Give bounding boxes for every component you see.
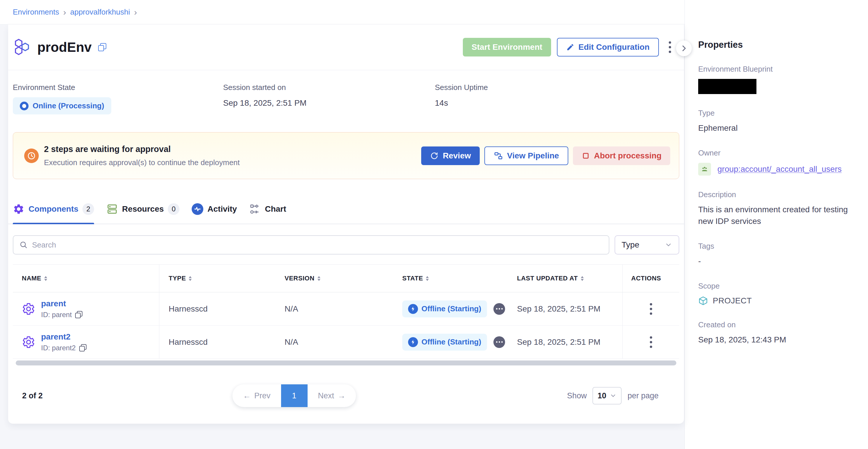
breadcrumb-bar: Environments › approvalforkhushi › bbox=[0, 0, 684, 25]
scope-label: Scope bbox=[698, 282, 856, 291]
tab-bar: Components 2 Resources 0 bbox=[8, 179, 684, 224]
tab-resources[interactable]: Resources 0 bbox=[106, 203, 179, 224]
column-header-state[interactable]: STATE bbox=[392, 265, 507, 292]
next-page-button[interactable]: Next → bbox=[308, 384, 356, 407]
sort-icon[interactable] bbox=[317, 275, 320, 283]
prev-page-button[interactable]: ← Prev bbox=[232, 384, 281, 407]
owner-group-link[interactable]: group:account/_account_all_users bbox=[717, 164, 842, 174]
column-header-type[interactable]: TYPE bbox=[159, 265, 275, 292]
blueprint-label: Environment Blueprint bbox=[698, 65, 856, 74]
pagination-row: 2 of 2 ← Prev 1 Next → Show 10 bbox=[8, 384, 684, 407]
properties-panel: Properties Environment Blueprint Type Ep… bbox=[684, 0, 868, 449]
kebab-dot bbox=[650, 341, 652, 343]
kebab-dot bbox=[669, 46, 671, 49]
copy-icon[interactable] bbox=[79, 344, 87, 351]
sort-icon[interactable] bbox=[426, 275, 429, 283]
approval-banner-subtitle: Execution requires approval(s) to contin… bbox=[44, 158, 240, 167]
dot bbox=[499, 308, 500, 310]
chevron-down-icon bbox=[610, 392, 617, 399]
sort-icon[interactable] bbox=[189, 275, 192, 283]
chevron-separator-icon: › bbox=[134, 8, 137, 17]
gear-icon bbox=[22, 302, 35, 316]
start-environment-button[interactable]: Start Environment bbox=[463, 38, 551, 57]
page-size-dropdown[interactable]: 10 bbox=[592, 387, 622, 405]
view-pipeline-button[interactable]: View Pipeline bbox=[485, 147, 568, 165]
session-info-row: Environment State Online (Processing) Se… bbox=[8, 70, 684, 132]
sort-icon[interactable] bbox=[581, 275, 584, 283]
last-updated-cell: Sep 18, 2025, 2:51 PM bbox=[507, 292, 622, 325]
group-icon bbox=[698, 163, 711, 175]
approval-banner: 2 steps are waiting for approval Executi… bbox=[13, 132, 679, 179]
state-cell: Offline (Starting) bbox=[392, 325, 507, 358]
column-header-name[interactable]: NAME bbox=[13, 265, 159, 292]
table-header-row: NAME TYPE VERSION STATE LAST UPDATED AT … bbox=[13, 265, 679, 292]
bolt-icon bbox=[408, 337, 418, 347]
page-size-group: Show 10 per page bbox=[567, 387, 658, 405]
components-count-badge: 2 bbox=[83, 203, 94, 215]
column-header-last-updated[interactable]: LAST UPDATED AT bbox=[507, 265, 622, 292]
pencil-icon bbox=[566, 43, 575, 51]
abort-processing-button[interactable]: Abort processing bbox=[573, 147, 670, 165]
show-label: Show bbox=[567, 391, 587, 400]
type-cell: Harnesscd bbox=[159, 292, 275, 325]
name-cell: parent2 ID: parent2 bbox=[13, 325, 159, 358]
per-page-label: per page bbox=[627, 391, 658, 400]
tab-resources-label: Resources bbox=[122, 204, 164, 214]
breadcrumb: Environments › approvalforkhushi › bbox=[13, 7, 137, 17]
table-row: parent ID: parent Harnesscd N/A Offline bbox=[13, 292, 679, 325]
review-button[interactable]: Review bbox=[421, 147, 480, 165]
resources-count-badge: 0 bbox=[168, 203, 179, 215]
scope-value: PROJECT bbox=[713, 296, 752, 306]
approval-banner-title: 2 steps are waiting for approval bbox=[44, 145, 240, 154]
pending-ellipsis-icon bbox=[493, 303, 505, 315]
refresh-icon bbox=[430, 152, 439, 160]
dot bbox=[501, 341, 503, 343]
horizontal-scrollbar[interactable] bbox=[16, 360, 676, 365]
kebab-dot bbox=[650, 308, 652, 310]
tab-chart[interactable]: Chart bbox=[249, 203, 286, 224]
main-column: Environments › approvalforkhushi › bbox=[0, 0, 684, 449]
session-started-value: Sep 18, 2025, 2:51 PM bbox=[223, 98, 435, 108]
scope-row: PROJECT bbox=[698, 296, 856, 306]
page-number-button[interactable]: 1 bbox=[281, 384, 308, 407]
tab-components[interactable]: Components 2 bbox=[13, 203, 94, 224]
environment-state-label: Environment State bbox=[13, 83, 223, 92]
state-cell: Offline (Starting) bbox=[392, 292, 507, 325]
description-value: This is an environment created for testi… bbox=[698, 204, 850, 227]
tab-activity[interactable]: Activity bbox=[192, 203, 237, 224]
row-actions-menu-button[interactable] bbox=[646, 333, 656, 351]
component-name-link[interactable]: parent bbox=[41, 299, 66, 308]
online-ring-icon bbox=[20, 102, 29, 110]
row-actions-menu-button[interactable] bbox=[646, 300, 656, 318]
sort-icon[interactable] bbox=[44, 275, 47, 283]
environment-hexagon-icon bbox=[13, 38, 31, 56]
breadcrumb-link-approvalforkhushi[interactable]: approvalforkhushi bbox=[70, 7, 130, 17]
header-more-menu-button[interactable] bbox=[665, 38, 675, 56]
type-filter-dropdown[interactable]: Type bbox=[615, 235, 679, 255]
stop-square-icon bbox=[582, 152, 590, 160]
version-cell: N/A bbox=[275, 325, 392, 358]
workflow-chart-icon bbox=[249, 203, 261, 215]
edit-configuration-button[interactable]: Edit Configuration bbox=[557, 38, 659, 57]
state-badge: Offline (Starting) bbox=[402, 334, 487, 351]
abort-processing-label: Abort processing bbox=[594, 151, 661, 160]
component-name-link[interactable]: parent2 bbox=[41, 332, 70, 341]
owner-label: Owner bbox=[698, 149, 856, 158]
breadcrumb-link-environments[interactable]: Environments bbox=[13, 7, 59, 17]
column-header-version[interactable]: VERSION bbox=[275, 265, 392, 292]
pagination-controls: ← Prev 1 Next → bbox=[232, 384, 356, 407]
dot bbox=[496, 308, 497, 310]
search-input[interactable] bbox=[32, 240, 603, 250]
properties-title: Properties bbox=[698, 40, 856, 50]
actions-cell bbox=[622, 325, 679, 358]
kebab-dot bbox=[650, 336, 652, 339]
copy-icon[interactable] bbox=[75, 311, 83, 318]
approval-banner-text: 2 steps are waiting for approval Executi… bbox=[44, 145, 240, 167]
actions-cell bbox=[622, 292, 679, 325]
review-label: Review bbox=[443, 151, 471, 160]
session-started-label: Session started on bbox=[223, 83, 435, 92]
collapse-panel-button[interactable] bbox=[676, 40, 692, 56]
pipeline-icon bbox=[494, 151, 503, 160]
copy-title-icon[interactable] bbox=[98, 43, 106, 51]
chevron-separator-icon: › bbox=[63, 8, 66, 17]
